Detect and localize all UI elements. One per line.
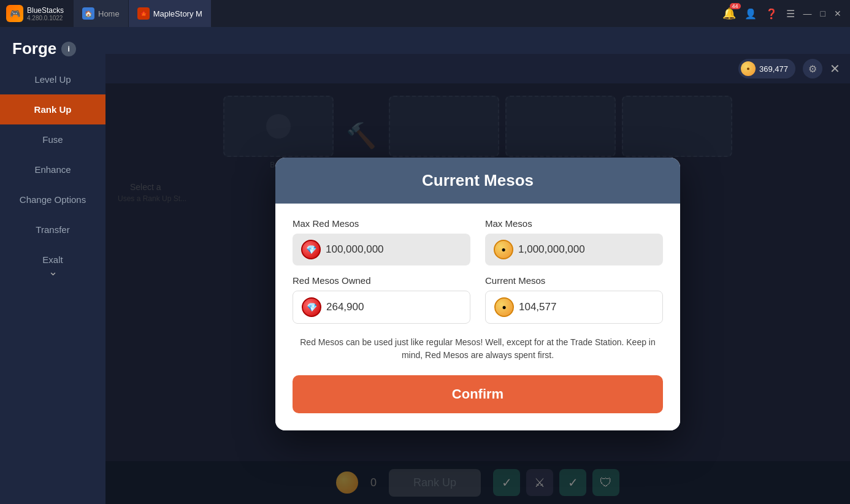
tab-home[interactable]: 🏠 Home <box>74 0 129 27</box>
account-icon[interactable]: 👤 <box>745 8 757 20</box>
max-mesos-label: Max Mesos <box>485 218 663 229</box>
max-mesos-section: Max Mesos ● 1,000,000,000 <box>485 218 663 265</box>
title-bar-right: 🔔 44 👤 ❓ ☰ — □ ✕ <box>722 7 850 20</box>
coin-display: ● 369,477 <box>738 59 795 78</box>
maximize-button[interactable]: □ <box>821 9 825 18</box>
menu-icon[interactable]: ☰ <box>786 8 795 20</box>
home-icon: 🏠 <box>82 7 94 20</box>
enhance-label: Enhance <box>34 164 71 175</box>
rankup-label: Rank Up <box>34 104 72 115</box>
mesos-grid: Max Red Mesos 💎 100,000,000 Max Mesos ● <box>293 218 663 324</box>
sidebar-item-enhance[interactable]: Enhance <box>0 155 105 185</box>
notification-button[interactable]: 🔔 44 <box>722 7 736 20</box>
tab-home-label: Home <box>98 9 120 18</box>
sidebar-item-levelup[interactable]: Level Up <box>0 64 105 94</box>
sidebar-item-changeoptions[interactable]: Change Options <box>0 185 105 215</box>
app-logo: 🎮 BlueStacks 4.280.0.1022 <box>0 5 74 22</box>
current-mesos-modal: Current Mesos Max Red Mesos 💎 100,000,00… <box>275 158 680 430</box>
modal-body: Max Red Mesos 💎 100,000,000 Max Mesos ● <box>275 204 680 430</box>
minimize-button[interactable]: — <box>803 9 812 18</box>
red-mesos-owned-value: 264,900 <box>326 301 364 313</box>
max-red-mesos-value: 100,000,000 <box>326 243 384 256</box>
tab-maplestory-label: MapleStory M <box>153 9 202 18</box>
current-mesos-row: ● 104,577 <box>485 291 663 324</box>
close-button[interactable]: ✕ <box>830 61 840 76</box>
notification-badge: 44 <box>730 3 741 9</box>
confirm-button[interactable]: Confirm <box>293 375 663 413</box>
app-name: BlueStacks <box>27 6 64 15</box>
coin-amount: 369,477 <box>759 64 788 74</box>
max-red-mesos-section: Max Red Mesos 💎 100,000,000 <box>293 218 470 265</box>
tab-maplestory[interactable]: 🍁 MapleStory M <box>129 0 212 27</box>
gold-coin-icon-2: ● <box>494 297 514 317</box>
modal-header: Current Mesos <box>275 158 680 204</box>
current-mesos-value: 104,577 <box>519 301 556 313</box>
red-mesos-owned-section: Red Mesos Owned 💎 264,900 <box>293 275 470 324</box>
game-topbar: ● 369,477 ⚙ ✕ <box>105 54 850 83</box>
red-gem-icon-1: 💎 <box>301 240 321 259</box>
sidebar: Forge i Level Up Rank Up Fuse Enhance Ch… <box>0 27 105 504</box>
sidebar-item-transfer[interactable]: Transfer <box>0 215 105 245</box>
levelup-label: Level Up <box>34 74 71 85</box>
mesos-note: Red Mesos can be used just like regular … <box>293 336 663 362</box>
max-mesos-row: ● 1,000,000,000 <box>485 234 663 265</box>
sidebar-item-exalt[interactable]: Exalt ⌄ <box>0 245 105 288</box>
sidebar-item-fuse[interactable]: Fuse <box>0 124 105 155</box>
confirm-label: Confirm <box>452 386 503 402</box>
modal-overlay: Current Mesos Max Red Mesos 💎 100,000,00… <box>105 83 850 504</box>
maple-icon: 🍁 <box>137 7 150 20</box>
exalt-label: Exalt <box>42 254 63 265</box>
gold-coin-icon-1: ● <box>494 240 513 259</box>
window-close-button[interactable]: ✕ <box>834 9 841 18</box>
max-red-mesos-label: Max Red Mesos <box>293 218 470 229</box>
forge-label: Forge <box>12 39 56 58</box>
coin-icon: ● <box>741 61 756 76</box>
red-mesos-owned-row: 💎 264,900 <box>293 291 470 324</box>
current-mesos-label: Current Mesos <box>485 275 663 286</box>
red-gem-icon-2: 💎 <box>302 297 321 317</box>
red-mesos-owned-label: Red Mesos Owned <box>293 275 470 286</box>
help-icon[interactable]: ❓ <box>765 8 778 20</box>
max-mesos-value: 1,000,000,000 <box>518 243 585 256</box>
fuse-label: Fuse <box>42 134 63 145</box>
app-info: BlueStacks 4.280.0.1022 <box>27 6 64 21</box>
info-icon[interactable]: i <box>61 42 76 56</box>
title-bar: 🎮 BlueStacks 4.280.0.1022 🏠 Home 🍁 Maple… <box>0 0 850 27</box>
current-mesos-section: Current Mesos ● 104,577 <box>485 275 663 324</box>
settings-button[interactable]: ⚙ <box>803 59 822 78</box>
app-area: Forge i Level Up Rank Up Fuse Enhance Ch… <box>0 27 850 504</box>
max-red-mesos-row: 💎 100,000,000 <box>293 234 470 265</box>
modal-title: Current Mesos <box>289 171 667 190</box>
changeoptions-label: Change Options <box>20 194 86 205</box>
transfer-label: Transfer <box>36 224 69 235</box>
app-version: 4.280.0.1022 <box>27 15 64 21</box>
bluestacks-icon: 🎮 <box>6 5 23 22</box>
sidebar-item-rankup[interactable]: Rank Up <box>0 94 105 124</box>
sidebar-title: Forge i <box>0 39 105 64</box>
game-content: Base 🔨 Select a Uses a Rank Up St... <box>105 83 850 504</box>
